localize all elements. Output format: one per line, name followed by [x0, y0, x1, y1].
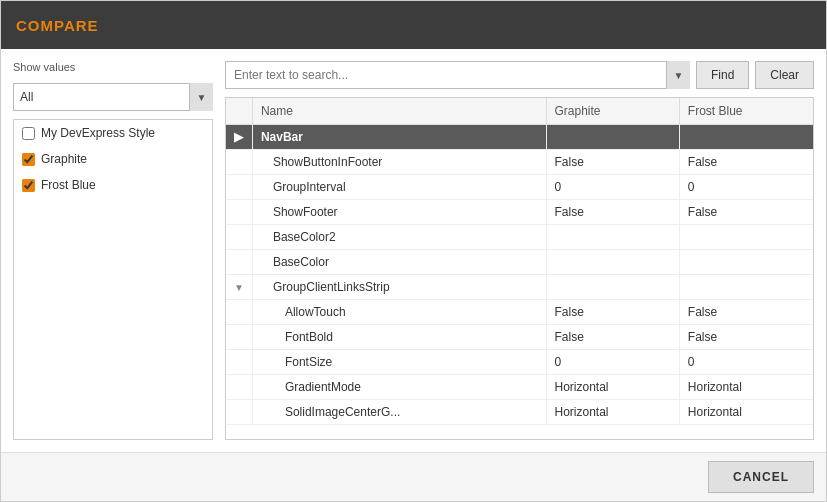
cell-frostblue: False: [679, 300, 813, 325]
expand-col: [226, 150, 252, 175]
cell-graphite: Horizontal: [546, 375, 679, 400]
cancel-button[interactable]: CANCEL: [708, 461, 814, 493]
expand-col: [226, 200, 252, 225]
cell-name: BaseColor2: [252, 225, 546, 250]
cell-name: GroupInterval: [252, 175, 546, 200]
cell-graphite: False: [546, 150, 679, 175]
collapse-icon[interactable]: ▼: [234, 282, 244, 293]
show-values-dropdown[interactable]: All Different Same: [13, 83, 213, 111]
table-row: GroupInterval 0 0: [226, 175, 813, 200]
expand-col: [226, 350, 252, 375]
expand-col[interactable]: ▶: [226, 125, 252, 150]
table-row: BaseColor: [226, 250, 813, 275]
find-button[interactable]: Find: [696, 61, 749, 89]
table-row: AllowTouch False False: [226, 300, 813, 325]
search-input-wrapper: ▼: [225, 61, 690, 89]
cell-frostblue: Horizontal: [679, 400, 813, 425]
left-panel: Show values All Different Same ▼ My DevE…: [13, 61, 213, 440]
search-input[interactable]: [225, 61, 690, 89]
cell-graphite: False: [546, 325, 679, 350]
checkbox-item-frostblue[interactable]: Frost Blue: [14, 172, 212, 198]
dialog-title: COMPARE: [16, 17, 99, 34]
expand-col: [226, 375, 252, 400]
cell-name: GradientMode: [252, 375, 546, 400]
col-name-header: Name: [252, 98, 546, 125]
show-values-label: Show values: [13, 61, 213, 73]
table-row: ShowButtonInFooter False False: [226, 150, 813, 175]
cell-name: NavBar: [252, 125, 546, 150]
clear-button[interactable]: Clear: [755, 61, 814, 89]
table-row: FontSize 0 0: [226, 350, 813, 375]
cell-name: ShowFooter: [252, 200, 546, 225]
checkbox-item-graphite[interactable]: Graphite: [14, 146, 212, 172]
cell-name: FontSize: [252, 350, 546, 375]
checkbox-mydevexpress[interactable]: [22, 127, 35, 140]
table-row: ▼ GroupClientLinksStrip: [226, 275, 813, 300]
search-bar: ▼ Find Clear: [225, 61, 814, 89]
search-dropdown-icon[interactable]: ▼: [666, 61, 690, 89]
cell-name: BaseColor: [252, 250, 546, 275]
table-row: ShowFooter False False: [226, 200, 813, 225]
cell-frostblue: False: [679, 150, 813, 175]
col-frostblue-header: Frost Blue: [679, 98, 813, 125]
cell-name: ShowButtonInFooter: [252, 150, 546, 175]
cell-name: AllowTouch: [252, 300, 546, 325]
cell-name: GroupClientLinksStrip: [252, 275, 546, 300]
expand-col: [226, 250, 252, 275]
cell-frostblue: 0: [679, 175, 813, 200]
table-header-row: Name Graphite Frost Blue: [226, 98, 813, 125]
cell-frostblue: [679, 225, 813, 250]
table-row: GradientMode Horizontal Horizontal: [226, 375, 813, 400]
cell-graphite: [546, 250, 679, 275]
cell-frostblue: Horizontal: [679, 375, 813, 400]
table-row: SolidImageCenterG... Horizontal Horizont…: [226, 400, 813, 425]
cell-graphite: False: [546, 300, 679, 325]
theme-checkbox-list: My DevExpress Style Graphite Frost Blue: [13, 119, 213, 440]
dropdown-wrapper: All Different Same ▼: [13, 83, 213, 111]
content-area: Show values All Different Same ▼ My DevE…: [1, 49, 826, 452]
col-expand: [226, 98, 252, 125]
compare-dialog: COMPARE Show values All Different Same ▼…: [0, 0, 827, 502]
dialog-footer: CANCEL: [1, 452, 826, 501]
cell-name: FontBold: [252, 325, 546, 350]
cell-graphite: [546, 275, 679, 300]
expand-col[interactable]: ▼: [226, 275, 252, 300]
expand-col: [226, 300, 252, 325]
cell-frostblue: [679, 125, 813, 150]
cell-graphite: False: [546, 200, 679, 225]
cell-frostblue: False: [679, 200, 813, 225]
cell-name: SolidImageCenterG...: [252, 400, 546, 425]
expand-col: [226, 325, 252, 350]
table-row: ▶ NavBar: [226, 125, 813, 150]
cell-graphite: 0: [546, 175, 679, 200]
checkbox-label-frostblue: Frost Blue: [41, 178, 96, 192]
cell-graphite: [546, 125, 679, 150]
expand-col: [226, 225, 252, 250]
cell-frostblue: False: [679, 325, 813, 350]
expand-col: [226, 400, 252, 425]
cell-graphite: [546, 225, 679, 250]
col-graphite-header: Graphite: [546, 98, 679, 125]
cell-graphite: Horizontal: [546, 400, 679, 425]
checkbox-graphite[interactable]: [22, 153, 35, 166]
cell-frostblue: [679, 250, 813, 275]
cell-graphite: 0: [546, 350, 679, 375]
table-row: BaseColor2: [226, 225, 813, 250]
checkbox-label-graphite: Graphite: [41, 152, 87, 166]
cell-frostblue: [679, 275, 813, 300]
checkbox-item-mydevexpress[interactable]: My DevExpress Style: [14, 120, 212, 146]
compare-table-container: Name Graphite Frost Blue ▶ NavBar: [225, 97, 814, 440]
compare-table: Name Graphite Frost Blue ▶ NavBar: [226, 98, 813, 425]
checkbox-frostblue[interactable]: [22, 179, 35, 192]
right-panel: ▼ Find Clear Name Graphite Frost Blue: [225, 61, 814, 440]
table-row: FontBold False False: [226, 325, 813, 350]
cell-frostblue: 0: [679, 350, 813, 375]
expand-col: [226, 175, 252, 200]
title-bar: COMPARE: [1, 1, 826, 49]
checkbox-label-mydevexpress: My DevExpress Style: [41, 126, 155, 140]
